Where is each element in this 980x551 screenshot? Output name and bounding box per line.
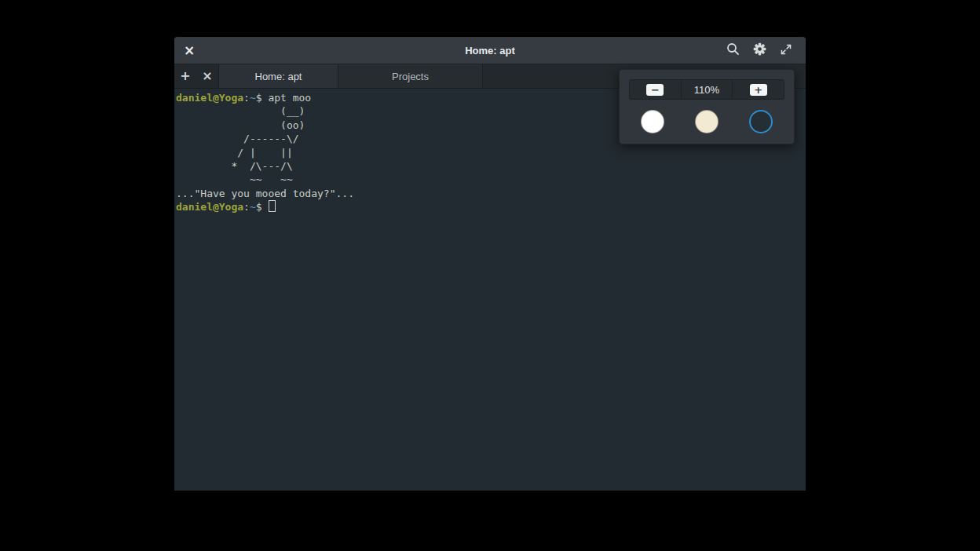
- prompt-path: ~: [250, 201, 256, 213]
- terminal-cursor: [269, 200, 276, 212]
- close-tab-button[interactable]: ×: [196, 64, 218, 88]
- search-icon: [726, 42, 740, 58]
- titlebar: × Home: apt: [174, 37, 806, 64]
- prompt-dollar: $: [256, 92, 269, 104]
- terminal-content[interactable]: daniel@Yoga:~$ apt moo (__) (oo) /------…: [174, 89, 806, 490]
- expand-arrows-icon: [780, 43, 792, 58]
- zoom-level: 110%: [681, 80, 733, 99]
- theme-swatch-dark-selected[interactable]: [749, 110, 773, 133]
- prompt-line: daniel@Yoga:~$: [176, 200, 806, 213]
- theme-swatch-light[interactable]: [641, 110, 664, 133]
- window-title: Home: apt: [174, 45, 806, 57]
- zoom-out-icon: −: [646, 84, 664, 96]
- theme-swatch-sepia[interactable]: [695, 110, 719, 133]
- prompt-user: daniel@Yoga: [176, 201, 243, 213]
- prompt-user: daniel@Yoga: [176, 92, 243, 104]
- tab-home-apt[interactable]: Home: apt: [218, 64, 338, 88]
- zoom-in-button[interactable]: +: [732, 80, 784, 99]
- command-text: apt moo: [268, 92, 311, 104]
- prompt-dollar: $: [256, 201, 269, 213]
- new-tab-button[interactable]: +: [174, 64, 196, 88]
- gear-icon: [751, 41, 768, 60]
- cow-art-line: ~~ ~~: [176, 173, 806, 186]
- prompt-colon: :: [243, 92, 250, 104]
- prompt-colon: :: [243, 201, 250, 213]
- tab-projects[interactable]: Projects: [338, 64, 483, 88]
- titlebar-actions: [722, 40, 796, 60]
- zoom-control: − 110% +: [629, 79, 784, 100]
- window-close-button[interactable]: ×: [184, 44, 201, 57]
- zoom-out-button[interactable]: −: [630, 80, 681, 99]
- theme-swatches: [629, 110, 784, 133]
- zoom-in-icon: +: [750, 84, 767, 96]
- prompt-path: ~: [250, 92, 256, 104]
- fullscreen-button[interactable]: [776, 40, 796, 60]
- settings-button[interactable]: [749, 40, 770, 60]
- tab-label: Projects: [392, 71, 429, 82]
- cow-art-line: / | ||: [176, 146, 806, 159]
- moo-message: ..."Have you mooed today?"...: [176, 187, 806, 200]
- tab-label: Home: apt: [255, 71, 302, 82]
- cow-art-line: * /\---/\: [176, 159, 806, 173]
- settings-popover: − 110% +: [619, 69, 795, 144]
- search-button[interactable]: [722, 40, 743, 60]
